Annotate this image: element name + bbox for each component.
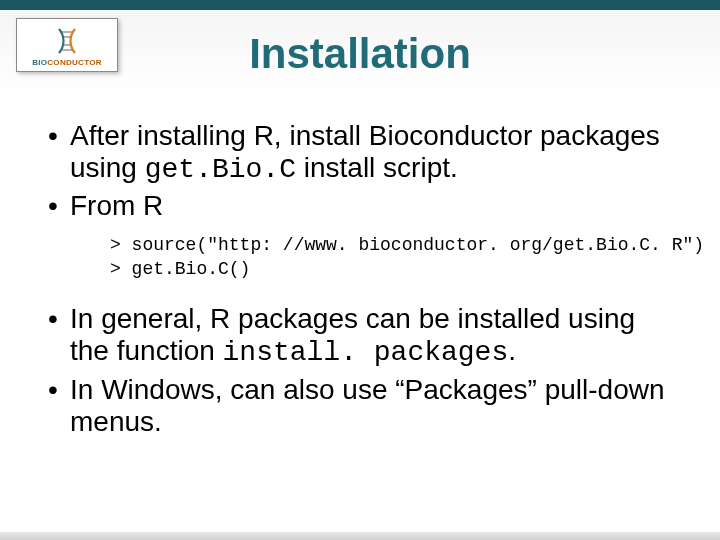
bullet-4: In Windows, can also use “Packages” pull… <box>40 374 680 438</box>
bullet-1-text-post: install script. <box>296 152 458 183</box>
slide-content: After installing R, install Bioconductor… <box>40 120 680 442</box>
slide-title: Installation <box>0 30 720 78</box>
bullet-3-text-post: . <box>508 335 516 366</box>
slide: BIOCONDUCTOR Installation After installi… <box>0 0 720 540</box>
code-line-2: > get.Bio.C() <box>110 259 250 279</box>
bullet-4-text: In Windows, can also use “Packages” pull… <box>70 374 665 437</box>
code-line-1: > source("http: //www. bioconductor. org… <box>110 235 704 255</box>
bullet-2-text: From R <box>70 190 163 221</box>
bullet-2: From R <box>40 190 680 222</box>
bullet-list: After installing R, install Bioconductor… <box>40 120 680 223</box>
bullet-3-code: install. packages <box>223 337 509 368</box>
bullet-list-2: In general, R packages can be installed … <box>40 303 680 438</box>
bottom-accent-bar <box>0 532 720 540</box>
bullet-1: After installing R, install Bioconductor… <box>40 120 680 186</box>
top-accent-bar <box>0 0 720 10</box>
bullet-1-code: get.Bio.C <box>145 154 296 185</box>
bullet-3: In general, R packages can be installed … <box>40 303 680 369</box>
code-block: > source("http: //www. bioconductor. org… <box>110 233 680 282</box>
